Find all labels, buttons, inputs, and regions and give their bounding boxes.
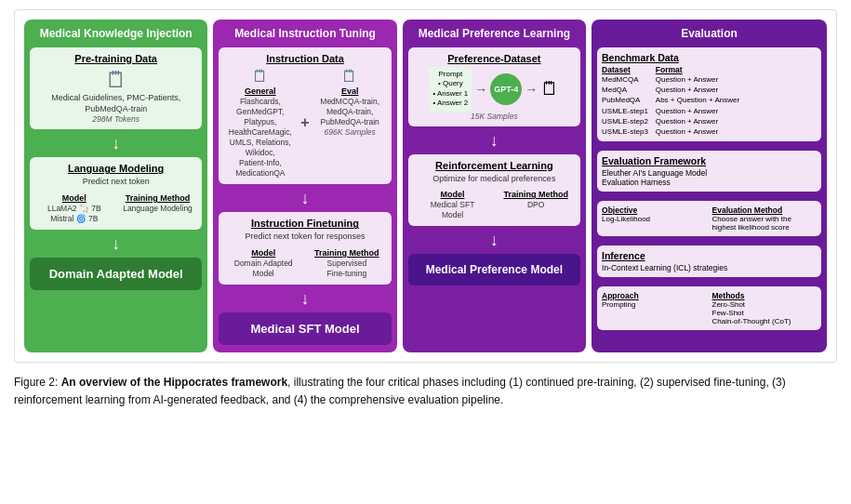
dataset-row-2: MedQA	[602, 85, 648, 95]
arrow-4: ↓	[219, 290, 391, 307]
lm-text: Predict next token	[34, 177, 197, 188]
card-eval-framework: Evaluation Framework Eleuther AI's Langu…	[597, 151, 821, 192]
instruction-data-row: 🗒 General Flashcards, GenMedGPT,Platypus…	[223, 67, 386, 179]
dataset-row-5: USMLE-step2	[602, 116, 648, 126]
methods-label: Methods	[712, 291, 817, 300]
medical-preference-title: Medical Preference Model	[413, 263, 576, 276]
card-instruction-data: Instruction Data 🗒 General Flashcards, G…	[219, 47, 391, 184]
card-pretraining: Pre-training Data 🗒 Medical Guidelines, …	[30, 47, 202, 129]
preference-sub: 15K Samples	[413, 112, 576, 121]
instruction-eval-label: Eval	[313, 86, 387, 96]
if-model-row: Model Domain AdaptedModel Training Metho…	[223, 248, 386, 279]
lm-training-col: Training Method Language Modeling	[118, 193, 198, 224]
dataset-row-1: MedMCQA	[602, 74, 648, 85]
card-approach: Approach Prompting Methods Zero-ShotFew-…	[597, 286, 821, 330]
approach-value: Prompting	[602, 300, 706, 309]
card-medical-sft: Medical SFT Model	[219, 312, 391, 345]
instruction-eval-text: MedMCQA-train,MedQA-train,PubMedQA-train	[313, 97, 387, 127]
card-benchmark: Benchmark Data Dataset MedMCQA MedQA Pub…	[597, 47, 821, 141]
benchmark-dataset-col: Dataset MedMCQA MedQA PubMedQA USMLE-ste…	[602, 65, 648, 137]
method-col: Evaluation Method Choose answer with the…	[712, 206, 817, 232]
method-label: Evaluation Method	[712, 206, 817, 215]
dataset-row-4: USMLE-step1	[602, 106, 648, 116]
pretraining-text: Medical Guidelines, PMC-Patients,PubMedQ…	[34, 93, 197, 114]
doc-icon-1: 🗒	[34, 67, 197, 93]
rl-title: Reinforcement Learning	[413, 160, 576, 171]
format-row-6: Question + Answer	[656, 126, 739, 137]
card-objective: Objective Log-Likelihood Evaluation Meth…	[597, 201, 821, 236]
rl-model-label: Model	[413, 190, 493, 199]
arrow-1: ↓	[30, 135, 202, 152]
inference-text: In-Context Learning (ICL) strategies	[602, 263, 817, 272]
instruction-general-text: Flashcards, GenMedGPT,Platypus, HealthCa…	[223, 97, 297, 179]
format-row-4: Question + Answer	[656, 106, 739, 116]
if-training-value: SupervisedFine-tuning	[307, 259, 387, 279]
rl-model-row: Model Medical SFTModel Training Method D…	[413, 190, 576, 220]
pretraining-title: Pre-training Data	[34, 53, 197, 64]
card-inference: Inference In-Context Learning (ICL) stra…	[597, 245, 821, 277]
prompt-box: Prompt• Query• Answer 1• Answer 2	[429, 67, 472, 112]
lm-model-row: Model LLaMA2 🦙 7BMistral 🌀 7B Training M…	[34, 193, 197, 224]
obj-label: Objective	[602, 206, 706, 215]
caption-bold: An overview of the Hippocrates framework	[61, 376, 287, 389]
rl-model-value: Medical SFTModel	[413, 200, 493, 220]
preference-flow: Prompt• Query• Answer 1• Answer 2 → GPT-…	[413, 67, 576, 112]
method-value: Choose answer with thehighest likelihood…	[712, 215, 817, 232]
obj-col: Objective Log-Likelihood	[602, 206, 706, 232]
if-model-value: Domain AdaptedModel	[223, 259, 303, 279]
figure-caption: Figure 2: An overview of the Hippocrates…	[14, 374, 837, 409]
format-header: Format	[656, 65, 739, 74]
doc-pref-icon: 🗒	[540, 78, 559, 99]
doc-icon-gen: 🗒	[223, 67, 297, 86]
col-title-evaluation: Evaluation	[597, 27, 821, 40]
framework-title: Evaluation Framework	[602, 155, 817, 166]
card-if: Instruction Finetuning Predict next toke…	[219, 212, 391, 285]
flow-arrow-2: →	[525, 82, 538, 97]
if-text: Predict next token for responses	[223, 232, 386, 243]
pretraining-sub: 298M Tokens	[34, 114, 197, 124]
format-row-2: Question + Answer	[656, 85, 739, 95]
doc-icon-eval: 🗒	[313, 67, 387, 86]
rl-training-value: DPO	[496, 200, 576, 210]
inference-title: Inference	[602, 250, 817, 261]
instruction-general-label: General	[223, 86, 297, 96]
card-medical-preference: Medical Preference Model	[408, 254, 580, 285]
obj-value: Log-Likelihood	[602, 215, 706, 223]
lm-training-value: Language Modeling	[118, 204, 198, 214]
col-title-preference: Medical Preference Learning	[408, 27, 580, 40]
domain-adapted-title: Domain Adapted Model	[34, 267, 197, 281]
instruction-general-col: 🗒 General Flashcards, GenMedGPT,Platypus…	[223, 67, 297, 179]
gpt4-circle: GPT-4	[490, 73, 522, 105]
format-row-1: Question + Answer	[656, 74, 739, 85]
instruction-data-title: Instruction Data	[223, 53, 386, 64]
preference-dataset-title: Preference-Dataset	[413, 53, 576, 64]
flow-arrow-1: →	[474, 82, 487, 97]
approach-row: Approach Prompting Methods Zero-ShotFew-…	[602, 291, 817, 325]
card-preference-dataset: Preference-Dataset Prompt• Query• Answer…	[408, 47, 580, 126]
if-training-col: Training Method SupervisedFine-tuning	[307, 248, 387, 279]
medical-sft-title: Medical SFT Model	[223, 322, 386, 336]
column-instruction: Medical Instruction Tuning Instruction D…	[213, 20, 396, 352]
arrow-2: ↓	[30, 235, 202, 252]
rl-text: Optimize for medical preferences	[413, 174, 576, 185]
lm-model-col: Model LLaMA2 🦙 7BMistral 🌀 7B	[34, 193, 114, 224]
obj-method-row: Objective Log-Likelihood Evaluation Meth…	[602, 206, 817, 232]
dataset-row-6: USMLE-step3	[602, 126, 648, 137]
lm-training-label: Training Method	[118, 193, 198, 203]
if-model-label: Model	[223, 248, 303, 258]
if-training-label: Training Method	[307, 248, 387, 258]
benchmark-title: Benchmark Data	[602, 52, 817, 63]
methods-value: Zero-ShotFew-ShotChain-of-Thought (CoT)	[712, 300, 817, 325]
lm-title: Language Modeling	[34, 163, 197, 174]
column-evaluation: Evaluation Benchmark Data Dataset MedMCQ…	[592, 20, 827, 352]
plus-icon: +	[300, 67, 309, 179]
lm-model-value: LLaMA2 🦙 7BMistral 🌀 7B	[34, 204, 114, 224]
card-rl: Reinforcement Learning Optimize for medi…	[408, 154, 580, 227]
approach-label: Approach	[602, 291, 706, 300]
benchmark-format-col: Format Question + Answer Question + Answ…	[656, 65, 739, 137]
dataset-header: Dataset	[602, 65, 648, 74]
format-row-3: Abs + Question + Answer	[656, 95, 739, 105]
rl-training-col: Training Method DPO	[496, 190, 576, 220]
format-row-5: Question + Answer	[656, 116, 739, 126]
column-preference: Medical Preference Learning Preference-D…	[403, 20, 586, 352]
